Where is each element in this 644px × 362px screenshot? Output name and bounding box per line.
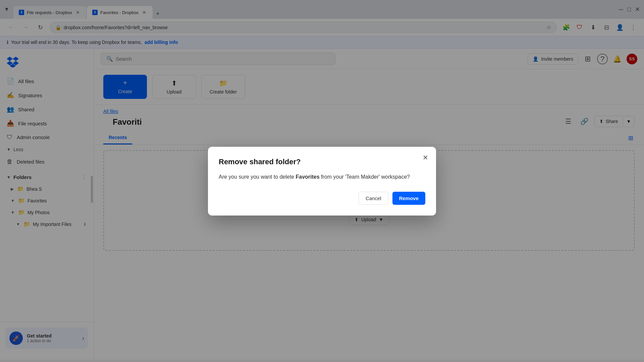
modal-body: Are you sure you want to delete Favorite… — [219, 173, 425, 181]
modal-message-prefix: Are you sure you want to delete — [219, 174, 296, 180]
modal-footer: Cancel Remove — [219, 192, 425, 205]
modal-overlay: ✕ Remove shared folder? Are you sure you… — [0, 0, 644, 362]
modal-message-suffix: from your 'Team Makder' workspace? — [320, 174, 410, 180]
modal: ✕ Remove shared folder? Are you sure you… — [208, 147, 436, 216]
cancel-button[interactable]: Cancel — [359, 192, 388, 205]
modal-close-button[interactable]: ✕ — [420, 152, 431, 163]
modal-folder-name: Favorites — [296, 174, 319, 180]
modal-title: Remove shared folder? — [219, 158, 425, 166]
remove-button[interactable]: Remove — [392, 192, 425, 205]
